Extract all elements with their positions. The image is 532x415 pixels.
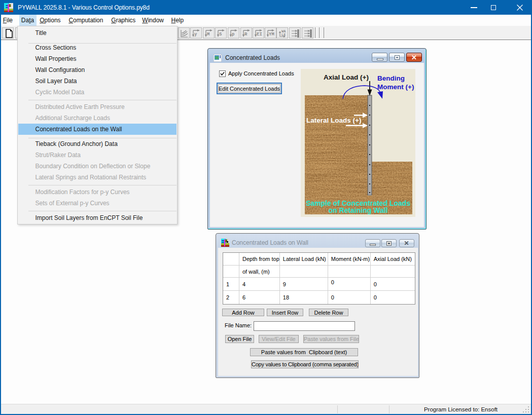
svg-text:YM: YM — [269, 32, 274, 37]
svg-text:EI: EI — [257, 32, 262, 37]
svg-text:R: R — [244, 32, 247, 37]
svg-text:M: M — [207, 32, 209, 37]
svg-text:y: y — [194, 32, 197, 37]
svg-text:S: S — [219, 32, 222, 37]
svg-text:LE: LE — [281, 33, 286, 37]
svg-text:p: p — [232, 32, 234, 37]
